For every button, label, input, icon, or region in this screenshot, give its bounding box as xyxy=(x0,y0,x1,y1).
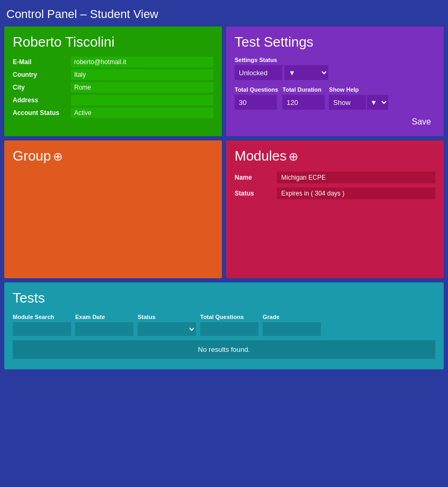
tests-heading: Tests xyxy=(13,290,435,306)
total-questions-filter-group: Total Questions xyxy=(200,314,258,336)
student-name: Roberto Tiscolini xyxy=(13,34,213,50)
test-settings-panel: Test Settings Settings Status ▼ Unlocked… xyxy=(226,26,444,136)
save-row: Save xyxy=(235,115,435,129)
address-field-row: Address xyxy=(13,95,213,105)
city-label: City xyxy=(13,84,71,91)
city-value: Rome xyxy=(71,82,213,93)
module-name-value: Michigan ECPE xyxy=(277,172,435,183)
email-value: roberto@hotmail.it xyxy=(71,57,213,67)
total-duration-label: Total Duration xyxy=(282,86,325,93)
email-label: E-Mail xyxy=(13,58,71,66)
email-field-row: E-Mail roberto@hotmail.it xyxy=(13,57,213,67)
group-panel: Group⊕ xyxy=(4,140,222,278)
grade-filter-input[interactable] xyxy=(263,322,321,336)
test-settings-heading: Test Settings xyxy=(235,34,435,50)
exam-date-group: Exam Date xyxy=(75,314,133,336)
country-label: Country xyxy=(13,71,71,78)
total-questions-label: Total Questions xyxy=(235,86,278,93)
module-search-group: Module Search xyxy=(13,314,71,336)
total-questions-filter-input[interactable] xyxy=(200,322,258,336)
grade-filter-group: Grade xyxy=(263,314,321,336)
status-filter-select[interactable]: Active Expired xyxy=(138,322,196,336)
country-value: Italy xyxy=(71,69,213,80)
account-status-label: Account Status xyxy=(13,109,71,117)
tests-filters: Module Search Exam Date Status Active Ex… xyxy=(13,314,435,336)
modules-panel: Modules⊕ Name Michigan ECPE Status Expir… xyxy=(226,140,444,278)
status-filter-label: Status xyxy=(138,314,196,320)
group-add-icon[interactable]: ⊕ xyxy=(53,150,62,163)
module-name-row: Name Michigan ECPE xyxy=(235,172,435,183)
grade-filter-label: Grade xyxy=(263,314,321,320)
total-duration-input[interactable] xyxy=(282,95,325,110)
page-title: Control Panel – Student View xyxy=(4,4,444,26)
total-questions-filter-label: Total Questions xyxy=(200,314,258,320)
module-status-row: Status Expires in ( 304 days ) xyxy=(235,188,435,199)
show-help-label: Show Help xyxy=(329,86,388,93)
show-help-select[interactable]: ▼ Show Hide xyxy=(367,95,388,110)
modules-add-icon[interactable]: ⊕ xyxy=(289,150,298,163)
test-params-row: Total Questions Total Duration Show Help… xyxy=(235,86,435,110)
module-status-label: Status xyxy=(235,190,277,197)
city-field-row: City Rome xyxy=(13,82,213,93)
module-name-label: Name xyxy=(235,174,277,181)
modules-heading: Modules⊕ xyxy=(235,148,435,164)
module-search-input[interactable] xyxy=(13,322,71,336)
show-help-input[interactable] xyxy=(329,95,366,110)
total-questions-group: Total Questions xyxy=(235,86,278,110)
settings-status-label: Settings Status xyxy=(235,57,435,63)
settings-status-select[interactable]: ▼ Unlocked Locked xyxy=(284,65,328,80)
student-panel: Roberto Tiscolini E-Mail roberto@hotmail… xyxy=(4,26,222,136)
account-status-field-row: Account Status Active xyxy=(13,108,213,118)
total-duration-group: Total Duration xyxy=(282,86,325,110)
no-results-message: No results found. xyxy=(13,340,435,359)
group-heading: Group⊕ xyxy=(13,148,213,164)
address-label: Address xyxy=(13,96,71,104)
save-button[interactable]: Save xyxy=(408,115,435,129)
exam-date-label: Exam Date xyxy=(75,314,133,320)
total-questions-input[interactable] xyxy=(235,95,277,110)
settings-status-row: ▼ Unlocked Locked xyxy=(235,65,435,80)
show-help-group: Show Help ▼ Show Hide xyxy=(329,86,388,110)
tests-panel: Tests Module Search Exam Date Status Act… xyxy=(4,282,444,369)
status-filter-group: Status Active Expired xyxy=(138,314,196,336)
country-field-row: Country Italy xyxy=(13,69,213,80)
module-search-label: Module Search xyxy=(13,314,71,320)
account-status-value: Active xyxy=(71,108,213,118)
settings-status-input[interactable] xyxy=(235,65,282,80)
address-value xyxy=(71,95,213,105)
exam-date-input[interactable] xyxy=(75,322,133,336)
module-status-value: Expires in ( 304 days ) xyxy=(277,188,435,199)
